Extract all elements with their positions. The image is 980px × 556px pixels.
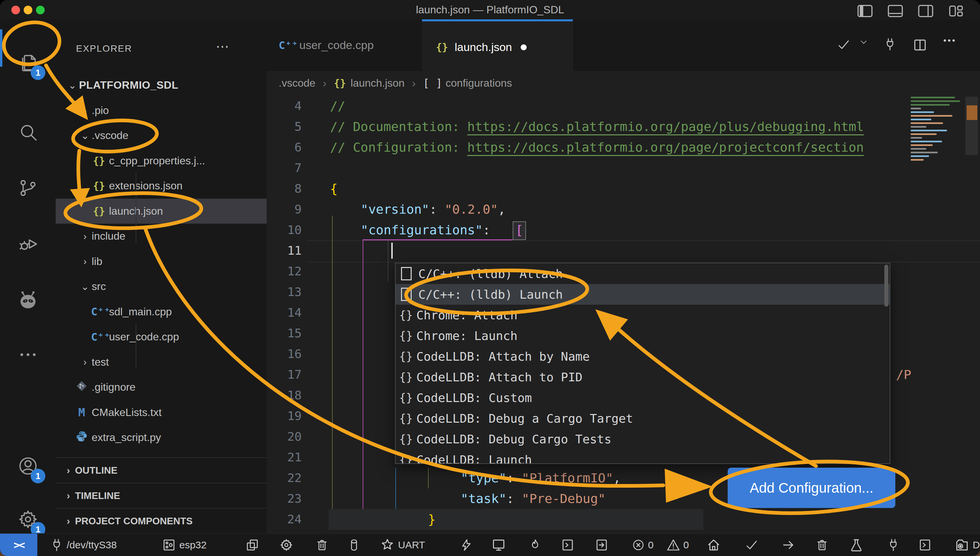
status-warning-0[interactable]: 0 <box>667 534 689 556</box>
status-trash[interactable] <box>815 534 829 556</box>
section-timeline[interactable]: ›TIMELINE <box>56 483 267 508</box>
tree-item-c-cpp-properties-j-[interactable]: {}c_cpp_properties.j... <box>56 148 267 173</box>
tree-item--pio[interactable]: ›.pio <box>56 98 267 123</box>
source-control-icon[interactable] <box>9 169 47 207</box>
cpp-file-icon: C⁺⁺ <box>91 331 107 343</box>
status-envfolder-d[interactable]: D <box>955 534 980 556</box>
toggle-panel-icon[interactable] <box>887 4 904 17</box>
code-token: // Documentation: <box>330 119 467 134</box>
code-token: /P <box>896 367 911 382</box>
suggest-item-3[interactable]: {}Chrome: Launch <box>396 325 890 346</box>
section-project-components[interactable]: ›PROJECT COMPONENTS <box>56 508 267 533</box>
status-error-0[interactable]: 0 <box>632 534 654 556</box>
status-bolt[interactable] <box>459 534 473 556</box>
code-token: : <box>506 471 521 485</box>
suggest-scrollbar-thumb[interactable] <box>884 265 888 307</box>
status-home[interactable] <box>707 534 721 556</box>
suggest-item-2[interactable]: {}Chrome: Attach <box>396 305 890 325</box>
run-debug-icon[interactable] <box>9 225 47 263</box>
suggest-item-4[interactable]: {}CodeLLDB: Attach by Name <box>396 346 890 367</box>
suggest-item-0[interactable]: C/C++: (lldb) Attach <box>396 263 890 284</box>
add-configuration-button[interactable]: Add Configuration... <box>728 468 895 508</box>
tree-item--vscode[interactable]: ⌄.vscode <box>56 123 267 148</box>
braces-icon: {} <box>398 453 414 464</box>
line-number: 23 <box>267 488 302 509</box>
toggle-sidebar-icon[interactable] <box>857 4 873 17</box>
search-icon[interactable] <box>9 113 47 151</box>
suggest-item-label: CodeLLDB: Attach by Name <box>417 350 590 363</box>
suggest-item-label: CodeLLDB: Launch <box>417 453 532 464</box>
status-monitor[interactable] <box>491 534 506 556</box>
explorer-sidebar: EXPLORER ⋯ ⌄PLATFORMIO_SDL›.pio⌄.vscode{… <box>56 19 267 533</box>
code-token: // <box>330 99 346 113</box>
tree-item-cmakelists-txt[interactable]: MCMakeLists.txt <box>56 400 267 425</box>
explorer-more-actions-icon[interactable]: ⋯ <box>216 39 229 54</box>
tab-launch-json[interactable]: {}launch.json <box>422 19 573 73</box>
status-copy[interactable] <box>245 534 259 556</box>
tree-item-src[interactable]: ⌄src <box>56 274 267 299</box>
code-line-8: { <box>330 178 337 199</box>
status-check[interactable] <box>745 534 759 556</box>
suggest-item-8[interactable]: {}CodeLLDB: Debug Cargo Tests <box>396 429 890 449</box>
suggest-item-7[interactable]: {}CodeLLDB: Debug a Cargo Target <box>396 408 890 429</box>
tree-item-extensions-json[interactable]: {}extensions.json <box>56 173 267 198</box>
plug-icon[interactable] <box>883 38 897 51</box>
settings-gear-icon[interactable]: 1 <box>9 501 47 538</box>
platformio-icon[interactable] <box>9 282 47 319</box>
status-terminal[interactable] <box>561 534 575 556</box>
status-trash[interactable] <box>315 534 329 556</box>
suggest-item-1[interactable]: C/C++: (lldb) Launch <box>396 284 890 305</box>
status-terminal[interactable] <box>918 534 932 556</box>
tree-item--gitignore[interactable]: .gitignore <box>56 375 267 400</box>
suggest-item-5[interactable]: {}CodeLLDB: Attach to PID <box>396 367 890 387</box>
tree-item-platformio-sdl[interactable]: ⌄PLATFORMIO_SDL <box>56 73 267 98</box>
tab-label: launch.json <box>455 40 512 54</box>
code-token[interactable]: https://docs.platformio.org/page/project… <box>467 140 864 155</box>
tree-item-extra-script-py[interactable]: extra_script.py <box>56 425 267 450</box>
split-editor-icon[interactable] <box>913 38 927 52</box>
section-outline[interactable]: ›OUTLINE <box>56 457 267 483</box>
status-label: /dev/ttyS38 <box>67 539 117 551</box>
toggle-secondary-sidebar-icon[interactable] <box>917 4 934 17</box>
run-check-icon[interactable] <box>837 38 851 52</box>
code-token[interactable]: https://docs.platformio.org/page/plus/de… <box>467 119 864 134</box>
tree-item-launch-json[interactable]: {}launch.json <box>56 199 267 224</box>
minimap[interactable] <box>911 97 963 163</box>
breadcrumb-item[interactable]: configurations <box>446 77 512 89</box>
snippet-line-highlight <box>329 509 703 530</box>
account-icon[interactable]: 1 <box>9 447 47 485</box>
tab-user-code-cpp[interactable]: C⁺⁺user_code.cpp <box>267 19 422 71</box>
breadcrumb-item[interactable]: .vscode <box>279 77 315 89</box>
tree-item-label: include <box>92 230 125 242</box>
status-plug[interactable] <box>887 534 900 556</box>
editor-group: C⁺⁺user_code.cpp{}launch.json ••• .vscod… <box>267 19 980 533</box>
customize-layout-icon[interactable] <box>948 4 964 17</box>
code-token: : <box>506 491 521 506</box>
status-arrow[interactable] <box>781 534 795 556</box>
tree-item-lib[interactable]: ›lib <box>56 249 267 274</box>
status-flask[interactable] <box>849 534 863 556</box>
suggest-item-6[interactable]: {}CodeLLDB: Custom <box>396 387 890 408</box>
breadcrumb-item[interactable]: launch.json <box>351 77 405 89</box>
breadcrumb[interactable]: .vscode›{}launch.json›[ ]configurations <box>267 71 980 95</box>
tree-item-label: src <box>92 280 106 293</box>
files-icon[interactable]: 1 <box>9 44 47 81</box>
status-gear[interactable] <box>279 534 293 556</box>
status-upload[interactable] <box>595 534 609 556</box>
modified-dot-icon[interactable] <box>521 44 527 50</box>
status-board-esp32[interactable]: esp32 <box>162 534 207 556</box>
suggest-item-9[interactable]: {}CodeLLDB: Launch <box>396 449 890 464</box>
tree-item-sdl-main-cpp[interactable]: C⁺⁺sdl_main.cpp <box>56 299 267 324</box>
status-flame[interactable] <box>529 534 542 556</box>
remote-indicator[interactable]: >< <box>0 534 37 556</box>
status-star-uart[interactable]: UART <box>380 534 425 556</box>
tree-item-include[interactable]: ›include <box>56 224 267 249</box>
status-cylinder[interactable] <box>347 534 361 556</box>
tree-item-user-code-cpp[interactable]: C⁺⁺user_code.cpp <box>56 324 267 349</box>
status-plug--dev-ttys38[interactable]: /dev/ttyS38 <box>50 534 117 556</box>
code-token: "type" <box>461 471 506 485</box>
more-icon[interactable] <box>9 336 47 373</box>
chevron-down-icon[interactable] <box>859 38 868 46</box>
more-actions-icon[interactable]: ••• <box>943 36 956 46</box>
tree-item-test[interactable]: ›test <box>56 350 267 375</box>
